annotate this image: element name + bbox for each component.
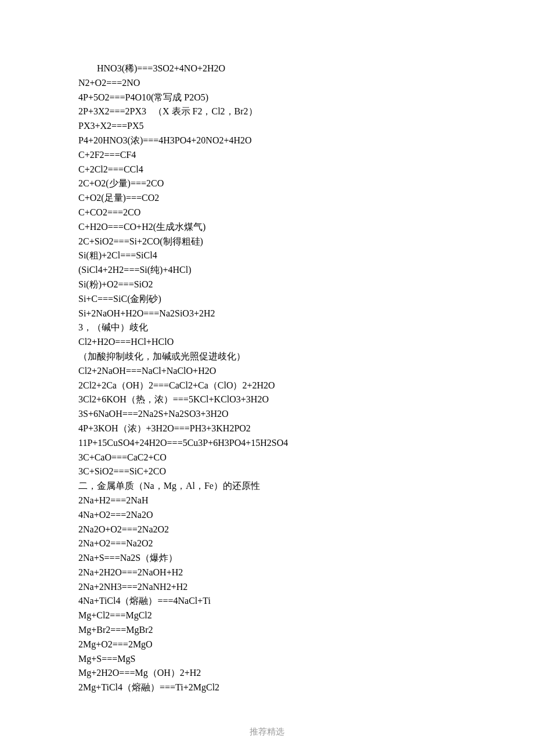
equation-line: 2C+O2(少量)===2CO (78, 177, 534, 191)
equation-line: 4Na+TiCl4（熔融）===4NaCl+Ti (78, 594, 534, 609)
equation-line: N2+O2===2NO (78, 76, 534, 91)
equation-line: 2Na+O2===Na2O2 (78, 537, 534, 551)
equation-line: C+2F2===CF4 (78, 148, 534, 163)
equation-line: 3S+6NaOH===2Na2S+Na2SO3+3H2O (78, 407, 534, 422)
equation-line: 2Na+2H2O===2NaOH+H2 (78, 566, 534, 580)
equation-line: 3C+CaO===CaC2+CO (78, 451, 534, 465)
footer-text: 推荐精选 (0, 725, 534, 739)
equation-line: 2Mg+O2===2MgO (78, 638, 534, 652)
chemistry-equations-block: HNO3(稀)===3SO2+4NO+2H2ON2+O2===2NO4P+5O2… (78, 62, 534, 695)
equation-line: 3Cl2+6KOH（热，浓）===5KCl+KClO3+3H2O (78, 393, 534, 407)
equation-line: 2Na+2NH3===2NaNH2+H2 (78, 580, 534, 595)
equation-line: 2Cl2+2Ca（OH）2===CaCl2+Ca（ClO）2+2H2O (78, 379, 534, 393)
equation-line: HNO3(稀)===3SO2+4NO+2H2O (78, 62, 534, 76)
equation-line: Cl2+2NaOH===NaCl+NaClO+H2O (78, 364, 534, 379)
equation-line: PX3+X2===PX5 (78, 119, 534, 134)
equation-line: 2Na+H2===2NaH (78, 494, 534, 508)
equation-line: 2P+3X2===2PX3 （X 表示 F2，Cl2，Br2） (78, 105, 534, 119)
equation-line: Mg+2H2O===Mg（OH）2+H2 (78, 666, 534, 681)
equation-line: C+2Cl2===CCl4 (78, 163, 534, 177)
equation-line: (SiCl4+2H2===Si(纯)+4HCl) (78, 263, 534, 278)
equation-line: 2C+SiO2===Si+2CO(制得粗硅) (78, 235, 534, 249)
equation-line: 3C+SiO2===SiC+2CO (78, 465, 534, 479)
equation-line: Si+C===SiC(金刚砂) (78, 292, 534, 307)
equation-line: 2Na2O+O2===2Na2O2 (78, 523, 534, 537)
equation-line: 2Na+S===Na2S（爆炸） (78, 551, 534, 566)
equation-line: Si(粗)+2Cl===SiCl4 (78, 249, 534, 263)
equation-line: Cl2+H2O===HCl+HClO (78, 335, 534, 350)
equation-line: 4P+5O2===P4O10(常写成 P2O5) (78, 91, 534, 105)
equation-line: 11P+15CuSO4+24H2O===5Cu3P+6H3PO4+15H2SO4 (78, 436, 534, 451)
equation-line: 2Mg+TiCl4（熔融）===Ti+2MgCl2 (78, 681, 534, 695)
equation-line: Si(粉)+O2===SiO2 (78, 278, 534, 292)
document-page: HNO3(稀)===3SO2+4NO+2H2ON2+O2===2NO4P+5O2… (0, 0, 534, 756)
equation-line: （加酸抑制歧化，加碱或光照促进歧化） (78, 350, 534, 364)
equation-line: C+H2O===CO+H2(生成水煤气) (78, 220, 534, 235)
equation-line: 3，（碱中）歧化 (78, 321, 534, 335)
equation-line: 二，金属单质（Na，Mg，Al，Fe）的还原性 (78, 479, 534, 494)
equation-line: P4+20HNO3(浓)===4H3PO4+20NO2+4H2O (78, 134, 534, 148)
equation-line: 4P+3KOH（浓）+3H2O===PH3+3KH2PO2 (78, 422, 534, 436)
equation-line: Si+2NaOH+H2O===Na2SiO3+2H2 (78, 307, 534, 321)
equation-line: Mg+Cl2===MgCl2 (78, 609, 534, 623)
equation-line: 4Na+O2===2Na2O (78, 508, 534, 523)
equation-line: C+O2(足量)===CO2 (78, 191, 534, 206)
equation-line: C+CO2===2CO (78, 206, 534, 220)
equation-line: Mg+S===MgS (78, 652, 534, 667)
equation-line: Mg+Br2===MgBr2 (78, 623, 534, 638)
